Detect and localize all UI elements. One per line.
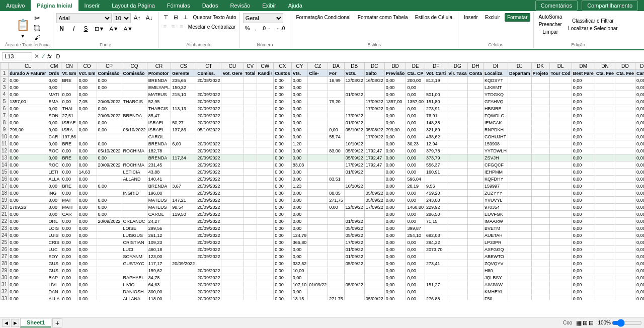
cell[interactable]: 286,50 — [425, 211, 447, 218]
font-size-select[interactable]: 10 — [113, 13, 131, 23]
row-header-31[interactable]: 31 — [1, 281, 9, 288]
cell[interactable] — [97, 133, 122, 140]
cell[interactable]: 117,34 — [171, 154, 196, 161]
cell[interactable]: 20/09/2022 — [97, 161, 122, 169]
cell[interactable] — [531, 133, 549, 140]
cell[interactable]: LUISGUS — [122, 232, 147, 239]
cell[interactable]: GUSTAYC — [122, 260, 147, 267]
cell[interactable]: LJKEMT — [483, 84, 508, 91]
cell[interactable]: 118,00 — [147, 295, 171, 300]
cell[interactable] — [549, 84, 572, 91]
row-header-28[interactable]: 28 — [1, 260, 9, 267]
cell[interactable]: 0,00 — [274, 197, 292, 204]
cell[interactable]: EMILYAPL — [147, 84, 171, 91]
cell[interactable] — [97, 239, 122, 246]
cell[interactable]: 0,00 — [406, 105, 425, 112]
cell[interactable] — [244, 112, 257, 119]
cell[interactable] — [344, 267, 364, 274]
cell[interactable]: 0,00 — [61, 288, 77, 295]
row-header-3[interactable]: 3 — [1, 84, 9, 91]
cell[interactable] — [308, 204, 328, 211]
cell[interactable]: 0,00 — [274, 246, 292, 253]
header-cell-CX[interactable]: Custos — [274, 70, 292, 77]
cell[interactable]: 05/09/22 — [364, 197, 384, 204]
cell[interactable]: 64,63 — [147, 281, 171, 288]
page-break-btn[interactable]: ⊟ — [589, 319, 594, 326]
cell[interactable] — [508, 84, 531, 91]
cell[interactable] — [531, 295, 549, 300]
cell[interactable]: 0,00 — [274, 126, 292, 133]
cell[interactable]: ROCHIMA — [122, 161, 147, 169]
row-header-19[interactable]: 19 — [1, 197, 9, 204]
underline-btn[interactable]: S — [80, 24, 92, 33]
cell[interactable]: GUS — [47, 260, 61, 267]
cell[interactable] — [468, 274, 484, 281]
cell[interactable]: 0,00 — [274, 91, 292, 98]
cell[interactable]: 0,00 — [572, 105, 595, 112]
cell[interactable] — [122, 77, 147, 84]
cell[interactable]: 20/09/2022 — [196, 105, 221, 112]
insert-function-btn[interactable]: fx — [47, 53, 52, 59]
cell[interactable] — [328, 253, 345, 260]
cell[interactable]: 05/09/22 — [364, 295, 384, 300]
cell[interactable] — [468, 98, 484, 105]
cell[interactable]: 0,00 — [635, 183, 644, 190]
cell[interactable]: 0,00 — [635, 260, 644, 267]
cell[interactable]: 0,00 — [406, 274, 425, 281]
cell[interactable]: 159908 — [483, 140, 508, 147]
cell[interactable] — [508, 154, 531, 161]
cell[interactable]: 16,99 — [328, 77, 345, 84]
row-header-25[interactable]: 25 — [1, 239, 9, 246]
cell[interactable] — [244, 295, 257, 300]
cell[interactable]: 0,00 — [77, 77, 97, 84]
row-header-10[interactable]: 10 — [1, 133, 9, 140]
cell[interactable] — [595, 211, 615, 218]
cell[interactable]: 0,00 — [406, 260, 425, 267]
cell[interactable] — [531, 232, 549, 239]
cell[interactable]: 1357,00 — [406, 98, 425, 105]
cell[interactable]: 196,80 — [147, 190, 171, 197]
cell[interactable]: 0,00 — [384, 281, 406, 288]
cell[interactable]: ORLANDC — [122, 218, 147, 225]
cell[interactable] — [221, 190, 244, 197]
cell[interactable]: FQWDLC — [483, 112, 508, 119]
cell[interactable]: 0,00 — [97, 204, 122, 211]
cell[interactable] — [221, 295, 244, 300]
cell[interactable] — [615, 232, 635, 239]
cell[interactable]: 0,00 — [9, 147, 47, 154]
cell[interactable] — [468, 253, 484, 260]
cell[interactable]: 0,00 — [384, 84, 406, 91]
cell[interactable]: 0,00 — [61, 98, 77, 105]
cell[interactable] — [615, 91, 635, 98]
cell[interactable] — [468, 161, 484, 169]
row-header-27[interactable]: 27 — [1, 253, 9, 260]
cell[interactable] — [97, 288, 122, 295]
cell[interactable] — [615, 169, 635, 176]
cell[interactable]: 0,00 — [291, 84, 308, 91]
cell[interactable]: 20/08/2022 — [196, 77, 221, 84]
cell[interactable]: 0,00 — [97, 183, 122, 190]
cell[interactable] — [508, 147, 531, 154]
cell[interactable]: F50 — [483, 295, 508, 300]
cell[interactable]: 20/09/2022 — [196, 197, 221, 204]
cell[interactable]: 0,00 — [384, 147, 406, 154]
header-cell-CT[interactable]: Comiss. — [196, 70, 221, 77]
cell[interactable] — [77, 133, 97, 140]
cell[interactable]: 0,00 — [9, 91, 47, 98]
cell[interactable] — [257, 239, 274, 246]
cell[interactable]: 88,85 — [328, 190, 345, 197]
cell[interactable] — [447, 239, 468, 246]
cell[interactable] — [221, 119, 244, 126]
cell[interactable] — [508, 161, 531, 169]
cell[interactable]: RNPDKH — [483, 126, 508, 133]
cell[interactable]: 0,00 — [635, 126, 644, 133]
align-left-btn[interactable]: ≡ — [162, 23, 169, 31]
cell[interactable]: 0,00 — [274, 211, 292, 218]
cell[interactable]: 0,00 — [77, 84, 97, 91]
cell[interactable]: 0,00 — [406, 119, 425, 126]
compartilhamento-btn[interactable]: Compartilhamento — [582, 1, 638, 11]
limpar-btn[interactable]: Limpar — [537, 28, 565, 36]
cell[interactable] — [595, 274, 615, 281]
header-cell-DN[interactable]: Cta. Fee — [595, 70, 615, 77]
cell[interactable] — [595, 295, 615, 300]
